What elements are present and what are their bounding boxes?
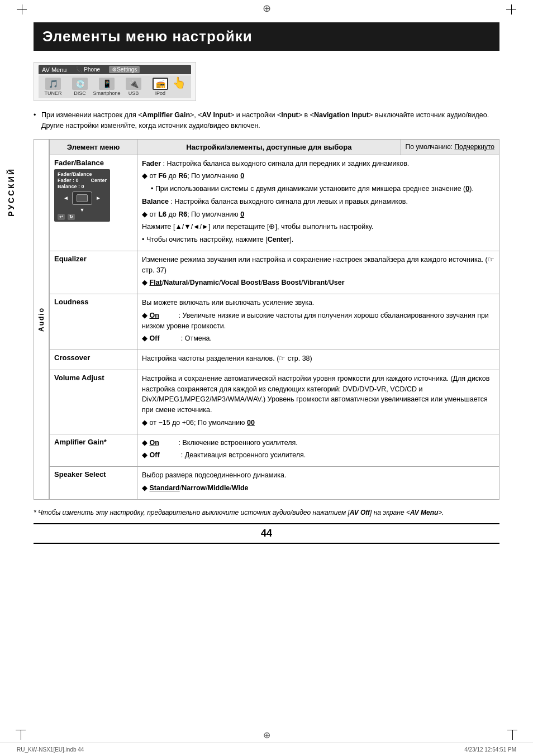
settings-btn-label[interactable]: ⚙Settings <box>109 66 140 73</box>
settings-table: Элемент меню Настройки/элементы, доступн… <box>49 139 499 500</box>
top-decorative-marks: ⊕ <box>0 0 533 17</box>
table-row: Fader/Balance Fader/Balance Fader : 0Cen… <box>50 155 499 251</box>
audio-label: Audio <box>34 139 49 500</box>
row-loudness-content: Вы можете включать или выключать усилени… <box>137 294 499 350</box>
smartphone-icon: 📱 <box>99 78 115 90</box>
table-row: Speaker Select Выбор размера подсоединен… <box>50 467 499 500</box>
phone-icon-label: 📞 Phone <box>75 66 100 73</box>
content-area: Элементы меню настройки AV Menu 📞 Phone … <box>0 17 533 728</box>
row-amplifier-content: ◆ On : Включение встроенного усилителя. … <box>137 434 499 467</box>
row-crossover-label: Crossover <box>50 350 137 370</box>
usb-label: USB <box>129 90 139 96</box>
fader-balance-display: Fader/Balance Fader : 0Center Balance : … <box>54 169 110 222</box>
row-speaker-label: Speaker Select <box>50 467 137 500</box>
usb-icon: 🔌 <box>126 78 141 90</box>
disc-icon-item: 💿 DISC <box>68 78 92 96</box>
timestamp-label: 4/23/12 12:54:51 PM <box>464 747 516 753</box>
row-speaker-content: Выбор размера подсоединенного динамика. … <box>137 467 499 500</box>
footnote: * Чтобы изменить эту настройку, предвари… <box>34 508 499 518</box>
page-title-box: Элементы меню настройки <box>34 22 499 51</box>
screenshot-icons-row: 🎵 TUNER 💿 DISC 📱 Smartphone 🔌 USB <box>39 75 191 98</box>
tuner-label: TUNER <box>45 90 62 96</box>
bottom-bar: RU_KW-NSX1[EU].indb 44 4/23/12 12:54:51 … <box>0 743 533 756</box>
table-row: Loudness Вы можете включать или выключат… <box>50 294 499 350</box>
screenshot-area: AV Menu 📞 Phone ⚙Settings 🎵 TUNER 💿 DISC… <box>34 62 196 101</box>
disc-icon: 💿 <box>72 78 88 90</box>
ipod-label: iPod <box>155 90 165 96</box>
ipod-icon-item: 📻 iPod <box>148 78 173 96</box>
bullet-note: При изменении настроек для <Amplifier Ga… <box>34 110 499 131</box>
bottom-decorative-marks: ⊕ <box>0 728 533 743</box>
cursor-icon: 👆 <box>172 76 186 89</box>
page-number-area: 44 <box>34 523 499 544</box>
row-equalizer-label: Equalizer <box>50 251 137 294</box>
table-row: Amplifier Gain* ◆ On : Включение встроен… <box>50 434 499 467</box>
screenshot-top-bar: AV Menu 📞 Phone ⚙Settings <box>39 65 191 74</box>
disc-label: DISC <box>74 90 86 96</box>
smartphone-icon-item: 📱 Smartphone <box>94 78 119 96</box>
row-volume-label: Volume Adjust <box>50 370 137 434</box>
table-row: Equalizer Изменение режима звучания или … <box>50 251 499 294</box>
bottom-center-cross: ⊕ <box>263 730 270 740</box>
filename-label: RU_KW-NSX1[EU].indb 44 <box>17 747 84 753</box>
row-equalizer-content: Изменение режима звучания или настройка … <box>137 251 499 294</box>
row-crossover-content: Настройка частоты разделения каналов. (☞… <box>137 350 499 370</box>
col-header-element: Элемент меню <box>50 139 137 155</box>
row-loudness-label: Loudness <box>50 294 137 350</box>
page-title: Элементы меню настройки <box>42 28 491 45</box>
row-amplifier-label: Amplifier Gain* <box>50 434 137 467</box>
smartphone-label: Smartphone <box>93 90 120 96</box>
table-row: Crossover Настройка частоты разделения к… <box>50 350 499 370</box>
row-fader-content: Fader : Настройка баланса выходного сигн… <box>137 155 499 251</box>
russian-sidebar-label: РУССКИЙ <box>7 168 16 217</box>
page: ⊕ РУССКИЙ Элементы меню настройки AV Men… <box>0 0 533 756</box>
top-center-cross: ⊕ <box>263 2 271 15</box>
av-menu-label: AV Menu <box>42 66 66 73</box>
ipod-icon: 📻 <box>153 78 168 90</box>
page-number: 44 <box>261 528 272 539</box>
row-volume-content: Настройка и сохранение автоматической на… <box>137 370 499 434</box>
tuner-icon-item: 🎵 TUNER <box>41 78 65 96</box>
usb-icon-item: 🔌 USB <box>121 78 146 96</box>
col-header-settings: Настройки/элементы, доступные для выбора <box>137 139 401 155</box>
row-fader-label: Fader/Balance Fader/Balance Fader : 0Cen… <box>50 155 137 251</box>
table-row: Volume Adjust Настройка и сохранение авт… <box>50 370 499 434</box>
col-header-default: По умолчанию: Подчеркнуто <box>401 139 499 155</box>
table-section: Audio Элемент меню Настройки/элементы, д… <box>34 139 499 500</box>
screenshot-menu: AV Menu 📞 Phone ⚙Settings 🎵 TUNER 💿 DISC… <box>39 65 191 98</box>
tuner-icon: 🎵 <box>45 78 61 90</box>
